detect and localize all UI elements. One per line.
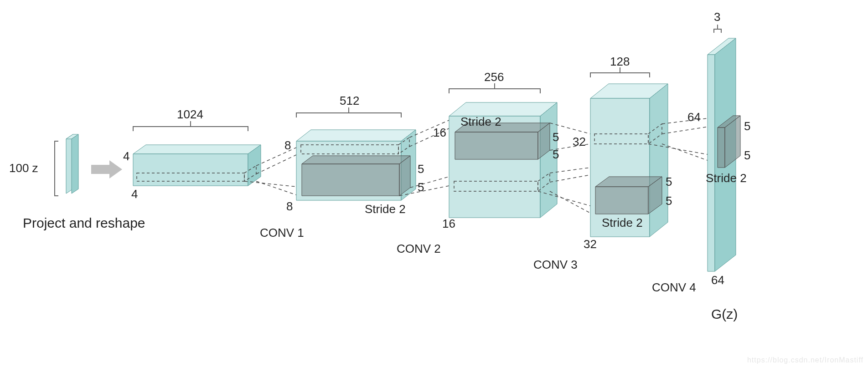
- svg-marker-14: [296, 130, 416, 141]
- layer4-w: 64: [711, 273, 724, 287]
- dcgan-generator-diagram: 100 z Project and reshape 1024 4 4: [0, 0, 868, 367]
- layer2-w: 16: [442, 217, 455, 230]
- layer1-k1: 5: [418, 162, 424, 176]
- svg-line-51: [662, 144, 715, 163]
- input-label: 100 z: [9, 161, 38, 175]
- svg-marker-29: [455, 132, 538, 159]
- svg-line-24: [410, 177, 449, 188]
- layer2-depth: 256: [484, 70, 504, 84]
- layer1-h: 8: [284, 138, 291, 152]
- input-z: 100 z: [9, 134, 78, 196]
- layer-1: 512 8 8 5 5 Stride 2 CONV 1: [260, 94, 424, 240]
- svg-line-49: [662, 126, 715, 134]
- layer2-k1: 5: [553, 130, 559, 144]
- layer0-w: 4: [131, 187, 138, 201]
- layer2-h: 16: [433, 126, 446, 139]
- svg-marker-26: [449, 102, 557, 116]
- layer1-stride: Stride 2: [365, 202, 406, 216]
- layer1-conv: CONV 1: [260, 226, 304, 240]
- output-label: G(z): [711, 306, 738, 321]
- layer0-h: 4: [123, 149, 129, 163]
- arrow-icon: [91, 160, 122, 178]
- layer4-k1: 5: [744, 119, 750, 133]
- svg-marker-5: [133, 145, 261, 154]
- svg-marker-45: [595, 187, 648, 214]
- layer4-stride: Stride 2: [706, 171, 747, 185]
- layer3-conv: CONV 3: [533, 258, 578, 271]
- layer3-h: 32: [573, 135, 586, 148]
- layer0-depth: 1024: [177, 107, 203, 121]
- layer4-h: 64: [687, 110, 701, 124]
- layer2-stride: Stride 2: [460, 115, 501, 128]
- project-reshape-label: Project and reshape: [23, 215, 145, 230]
- svg-marker-4: [109, 160, 122, 178]
- svg-marker-42: [650, 84, 668, 237]
- svg-marker-53: [708, 55, 715, 271]
- svg-marker-6: [133, 154, 248, 186]
- svg-marker-17: [302, 164, 399, 196]
- layer3-k1: 5: [666, 175, 672, 189]
- svg-marker-55: [718, 127, 725, 168]
- svg-marker-18: [302, 156, 410, 164]
- svg-rect-3: [91, 165, 109, 174]
- svg-marker-2: [72, 134, 78, 194]
- layer1-depth: 512: [340, 94, 359, 107]
- layer4-k2: 5: [744, 148, 750, 162]
- layer1-w: 8: [286, 199, 293, 213]
- svg-line-11: [256, 155, 296, 174]
- layer3-w: 32: [584, 237, 597, 251]
- watermark: https://blog.csdn.net/IronMastiff: [747, 356, 863, 364]
- layer2-conv: CONV 2: [397, 242, 441, 255]
- layer3-stride: Stride 2: [602, 216, 643, 229]
- layer4-depth: 3: [714, 10, 720, 24]
- layer-0: 1024 4 4: [123, 107, 261, 201]
- layer4-conv: CONV 4: [652, 280, 696, 294]
- svg-line-13: [256, 181, 296, 195]
- layer3-depth: 128: [610, 55, 630, 68]
- layer3-k2: 5: [666, 194, 672, 208]
